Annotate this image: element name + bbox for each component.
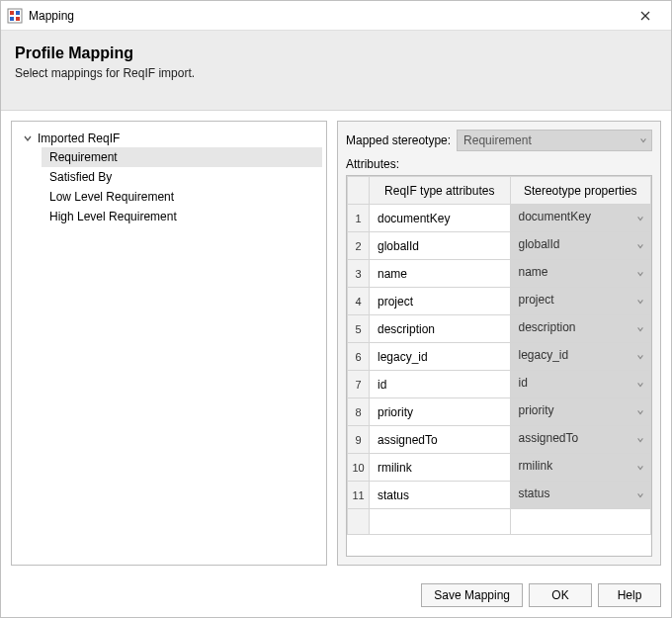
reqif-attribute-cell[interactable]: rmilink	[370, 454, 511, 482]
chevron-down-icon	[636, 464, 644, 472]
reqif-attribute-cell[interactable]: priority	[370, 398, 511, 426]
row-number: 9	[348, 426, 370, 454]
tree-item[interactable]: Low Level Requirement	[42, 187, 322, 207]
svg-rect-1	[10, 11, 14, 15]
attributes-table: ReqIF type attributes Stereotype propert…	[347, 176, 651, 535]
table-row: 5descriptiondescription	[348, 315, 651, 343]
row-number: 4	[348, 288, 370, 315]
chevron-down-icon	[636, 381, 644, 389]
close-button[interactable]	[626, 2, 665, 30]
close-icon	[640, 11, 650, 21]
attributes-label: Attributes:	[346, 157, 652, 171]
row-number: 3	[348, 260, 370, 288]
tree-panel: Imported ReqIF RequirementSatisfied ByLo…	[11, 121, 327, 566]
table-row: 7idid	[348, 371, 651, 398]
help-button[interactable]: Help	[598, 583, 661, 607]
col-reqif: ReqIF type attributes	[370, 177, 511, 205]
stereotype-property-value: globalId	[519, 237, 560, 251]
tree-item[interactable]: Satisfied By	[42, 167, 322, 187]
row-number: 1	[348, 205, 370, 232]
window-title: Mapping	[29, 9, 626, 23]
row-number: 6	[348, 343, 370, 371]
col-rownum	[348, 177, 370, 205]
stereotype-value: Requirement	[463, 133, 532, 147]
page-subtitle: Select mappings for ReqIF import.	[15, 66, 657, 80]
reqif-attribute-cell[interactable]: status	[370, 482, 511, 509]
stereotype-row: Mapped stereotype: Requirement	[346, 130, 652, 151]
stereotype-property-cell[interactable]: rmilink	[510, 454, 651, 482]
row-number: 7	[348, 371, 370, 398]
tree-root[interactable]: Imported ReqIF	[16, 130, 322, 147]
tree-item[interactable]: High Level Requirement	[42, 207, 322, 226]
app-icon	[7, 8, 23, 24]
titlebar: Mapping	[1, 1, 671, 31]
stereotype-property-value: description	[519, 320, 576, 334]
chevron-down-icon	[636, 325, 644, 333]
tree-item[interactable]: Requirement	[42, 147, 322, 167]
chevron-down-icon	[636, 298, 644, 306]
table-row: 4projectproject	[348, 288, 651, 315]
footer: Save Mapping OK Help	[1, 575, 671, 617]
stereotype-property-value: project	[519, 293, 554, 307]
stereotype-property-cell[interactable]: name	[510, 260, 651, 288]
reqif-attribute-cell[interactable]: description	[370, 315, 511, 343]
reqif-attribute-cell[interactable]: project	[370, 288, 511, 315]
stereotype-select[interactable]: Requirement	[457, 130, 652, 151]
chevron-down-icon	[639, 136, 647, 144]
table-row: 2globalIdglobalId	[348, 232, 651, 260]
chevron-down-icon	[636, 353, 644, 361]
stereotype-property-value: rmilink	[519, 459, 553, 473]
table-row-empty	[348, 509, 651, 535]
reqif-attribute-cell[interactable]: id	[370, 371, 511, 398]
reqif-attribute-cell[interactable]: legacy_id	[370, 343, 511, 371]
attributes-table-wrap: ReqIF type attributes Stereotype propert…	[346, 175, 652, 557]
chevron-down-icon	[636, 270, 644, 278]
stereotype-property-cell[interactable]: assignedTo	[510, 426, 651, 454]
save-mapping-button[interactable]: Save Mapping	[421, 583, 523, 607]
table-row: 11statusstatus	[348, 482, 651, 509]
row-number: 5	[348, 315, 370, 343]
chevron-down-icon	[636, 242, 644, 250]
stereotype-label: Mapped stereotype:	[346, 133, 451, 147]
table-row: 8prioritypriority	[348, 398, 651, 426]
stereotype-property-value: id	[519, 376, 528, 390]
svg-rect-2	[16, 11, 20, 15]
stereotype-property-cell[interactable]: id	[510, 371, 651, 398]
reqif-attribute-cell[interactable]: name	[370, 260, 511, 288]
page-heading: Profile Mapping	[15, 44, 657, 62]
ok-button[interactable]: OK	[529, 583, 592, 607]
header-band: Profile Mapping Select mappings for ReqI…	[1, 31, 671, 111]
chevron-down-icon	[636, 436, 644, 444]
chevron-down-icon	[636, 491, 644, 499]
reqif-attribute-cell[interactable]: assignedTo	[370, 426, 511, 454]
stereotype-property-cell[interactable]: legacy_id	[510, 343, 651, 371]
mapping-dialog: Mapping Profile Mapping Select mappings …	[0, 0, 672, 618]
chevron-down-icon	[22, 132, 34, 144]
row-number: 10	[348, 454, 370, 482]
row-number: 2	[348, 232, 370, 260]
attributes-panel: Mapped stereotype: Requirement Attribute…	[337, 121, 661, 566]
table-row: 3namename	[348, 260, 651, 288]
body: Imported ReqIF RequirementSatisfied ByLo…	[1, 111, 671, 575]
stereotype-property-cell[interactable]: globalId	[510, 232, 651, 260]
reqif-attribute-cell[interactable]: globalId	[370, 232, 511, 260]
stereotype-property-value: status	[519, 486, 550, 500]
table-row: 6legacy_idlegacy_id	[348, 343, 651, 371]
stereotype-property-value: assignedTo	[519, 431, 579, 445]
stereotype-property-cell[interactable]: status	[510, 482, 651, 509]
svg-rect-4	[16, 17, 20, 21]
reqif-attribute-cell[interactable]: documentKey	[370, 205, 511, 232]
chevron-down-icon	[636, 408, 644, 416]
stereotype-property-cell[interactable]: documentKey	[510, 205, 651, 232]
stereotype-property-value: documentKey	[519, 210, 591, 223]
stereotype-property-cell[interactable]: priority	[510, 398, 651, 426]
row-number: 11	[348, 482, 370, 509]
tree-root-label: Imported ReqIF	[38, 132, 120, 145]
stereotype-property-cell[interactable]: project	[510, 288, 651, 315]
stereotype-property-cell[interactable]: description	[510, 315, 651, 343]
row-number: 8	[348, 398, 370, 426]
table-row: 10rmilinkrmilink	[348, 454, 651, 482]
stereotype-property-value: name	[519, 265, 548, 279]
table-row: 1documentKeydocumentKey	[348, 205, 651, 232]
col-stereo: Stereotype properties	[510, 177, 651, 205]
